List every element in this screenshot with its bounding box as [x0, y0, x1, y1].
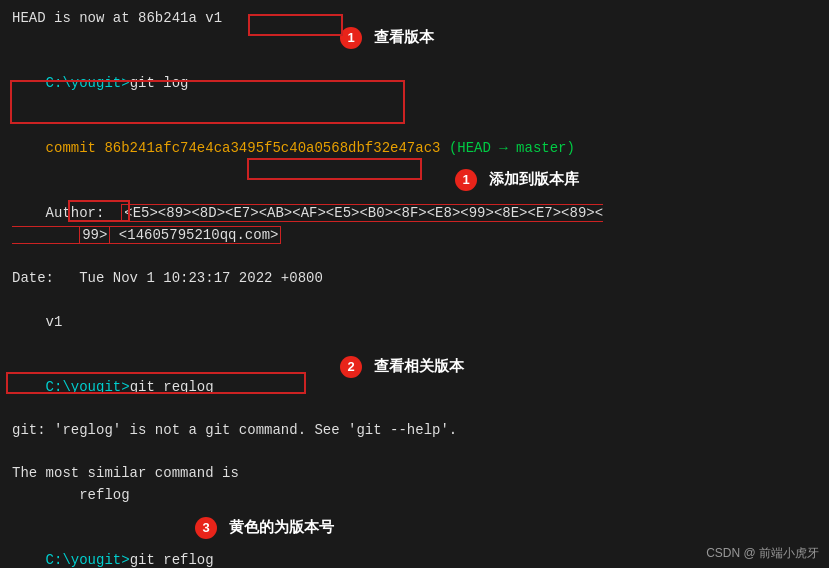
- terminal-line: HEAD is now at 86b241a v1: [12, 8, 817, 30]
- watermark: CSDN @ 前端小虎牙: [706, 545, 819, 562]
- terminal: HEAD is now at 86b241a v1 C:\yougit>git …: [0, 0, 829, 568]
- terminal-line: [12, 30, 817, 52]
- head-ref: (HEAD → master): [449, 140, 575, 156]
- commit-message: v1: [12, 312, 817, 334]
- prompt: C:\yougit>: [46, 552, 130, 568]
- command: git reflog: [130, 552, 214, 568]
- command: git log: [130, 75, 189, 91]
- author-line: Author: <E5><89><8D><E7><AB><AF><E5><B0>…: [12, 182, 817, 269]
- prompt: C:\yougit>: [46, 379, 130, 395]
- terminal-line: C:\yougit>git log: [12, 51, 817, 116]
- commit-label: commit 86b241afc74e4ca3495f5c40a0568dbf3…: [46, 140, 449, 156]
- suggestion-value: reflog: [12, 485, 817, 507]
- terminal-line: C:\yougit>git reflog: [12, 529, 817, 569]
- suggestion-line: The most similar command is: [12, 463, 817, 485]
- terminal-line: [12, 333, 817, 355]
- terminal-line: [12, 290, 817, 312]
- author-label: Author:: [46, 205, 122, 221]
- terminal-line: [12, 442, 817, 464]
- prompt: C:\yougit>: [46, 75, 130, 91]
- error-line: git: 'reglog' is not a git command. See …: [12, 420, 817, 442]
- terminal-line: C:\yougit>git reglog: [12, 355, 817, 420]
- terminal-line: [12, 507, 817, 529]
- command: git reglog: [130, 379, 214, 395]
- commit-line: commit 86b241afc74e4ca3495f5c40a0568dbf3…: [12, 116, 817, 181]
- date-line: Date: Tue Nov 1 10:23:17 2022 +0800: [12, 268, 817, 290]
